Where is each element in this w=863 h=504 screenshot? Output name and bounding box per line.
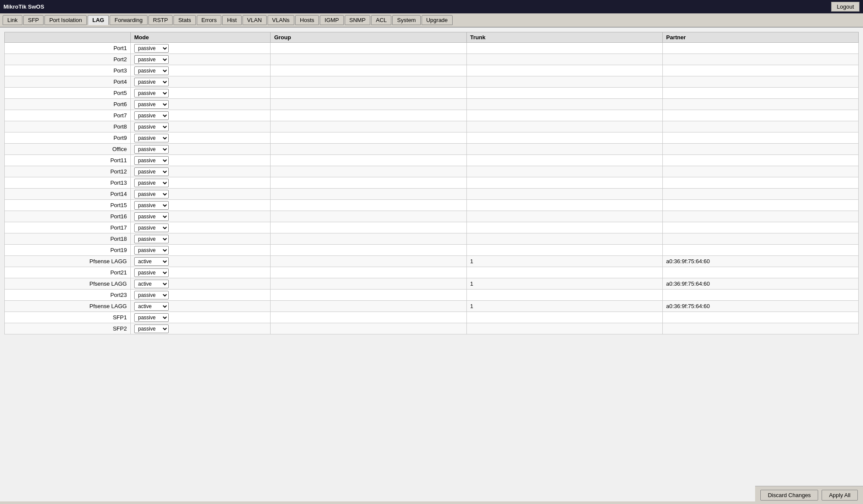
mode-select[interactable]: passiveactivedisabled xyxy=(134,224,169,232)
mode-select[interactable]: passiveactivedisabled xyxy=(134,235,169,243)
mode-cell[interactable]: passiveactivedisabled xyxy=(130,76,270,88)
mode-cell[interactable]: passiveactivedisabled xyxy=(130,211,270,222)
mode-cell[interactable]: passiveactivedisabled xyxy=(130,99,270,110)
mode-cell[interactable]: passiveactivedisabled xyxy=(130,267,270,278)
mode-cell[interactable]: passiveactivedisabled xyxy=(130,222,270,233)
mode-select[interactable]: passiveactivedisabled xyxy=(134,44,169,53)
logout-button[interactable]: Logout xyxy=(831,2,860,12)
mode-cell[interactable]: passiveactivedisabled xyxy=(130,65,270,76)
trunk-cell xyxy=(466,222,662,233)
trunk-cell xyxy=(466,54,662,65)
tab-port-isolation[interactable]: Port Isolation xyxy=(44,15,87,25)
mode-select[interactable]: passiveactivedisabled xyxy=(134,313,169,322)
mode-cell[interactable]: passiveactivedisabled xyxy=(130,177,270,189)
mode-select[interactable]: passiveactivedisabled xyxy=(134,66,169,75)
tab-forwarding[interactable]: Forwarding xyxy=(110,15,147,25)
tab-hosts[interactable]: Hosts xyxy=(295,15,319,25)
mode-select[interactable]: passiveactivedisabled xyxy=(134,89,169,98)
mode-cell[interactable]: passiveactivedisabled xyxy=(130,54,270,65)
trunk-cell xyxy=(466,121,662,132)
partner-cell xyxy=(662,211,858,222)
mode-cell[interactable]: passiveactivedisabled xyxy=(130,88,270,99)
table-row: Pfsense LAGGpassiveactivedisabled1a0:36:… xyxy=(5,301,859,312)
group-cell xyxy=(271,155,466,166)
table-row: Port2passiveactivedisabled xyxy=(5,54,859,65)
table-row: Port1passiveactivedisabled xyxy=(5,43,859,54)
group-cell xyxy=(271,256,466,267)
port-label: Port19 xyxy=(5,245,131,256)
group-cell xyxy=(271,65,466,76)
tab-errors[interactable]: Errors xyxy=(197,15,221,25)
mode-cell[interactable]: passiveactivedisabled xyxy=(130,144,270,155)
group-cell xyxy=(271,76,466,88)
mode-cell[interactable]: passiveactivedisabled xyxy=(130,166,270,177)
mode-cell[interactable]: passiveactivedisabled xyxy=(130,132,270,144)
tab-vlans[interactable]: VLANs xyxy=(268,15,294,25)
nav-bar: LinkSFPPort IsolationLAGForwardingRSTPSt… xyxy=(0,13,863,28)
mode-select[interactable]: passiveactivedisabled xyxy=(134,78,169,86)
mode-select[interactable]: passiveactivedisabled xyxy=(134,134,169,142)
mode-select[interactable]: passiveactivedisabled xyxy=(134,190,169,198)
mode-select[interactable]: passiveactivedisabled xyxy=(134,291,169,299)
mode-select[interactable]: passiveactivedisabled xyxy=(134,257,169,266)
mode-select[interactable]: passiveactivedisabled xyxy=(134,302,169,311)
mode-select[interactable]: passiveactivedisabled xyxy=(134,123,169,131)
trunk-cell xyxy=(466,211,662,222)
mode-select[interactable]: passiveactivedisabled xyxy=(134,55,169,64)
partner-cell xyxy=(662,99,858,110)
apply-all-button[interactable]: Apply All xyxy=(822,490,858,501)
tab-upgrade[interactable]: Upgrade xyxy=(422,15,453,25)
tab-igmp[interactable]: IGMP xyxy=(320,15,343,25)
mode-select[interactable]: passiveactivedisabled xyxy=(134,212,169,221)
mode-cell[interactable]: passiveactivedisabled xyxy=(130,155,270,166)
mode-select[interactable]: passiveactivedisabled xyxy=(134,246,169,255)
mode-select[interactable]: passiveactivedisabled xyxy=(134,179,169,187)
mode-select[interactable]: passiveactivedisabled xyxy=(134,111,169,120)
mode-cell[interactable]: passiveactivedisabled xyxy=(130,245,270,256)
mode-select[interactable]: passiveactivedisabled xyxy=(134,268,169,277)
mode-select[interactable]: passiveactivedisabled xyxy=(134,280,169,288)
mode-cell[interactable]: passiveactivedisabled xyxy=(130,290,270,301)
discard-changes-button[interactable]: Discard Changes xyxy=(760,490,818,501)
port-label: Port8 xyxy=(5,121,131,132)
mode-select[interactable]: passiveactivedisabled xyxy=(134,324,169,333)
tab-stats[interactable]: Stats xyxy=(173,15,196,25)
tab-lag[interactable]: LAG xyxy=(88,15,109,25)
group-cell xyxy=(271,144,466,155)
trunk-cell xyxy=(466,155,662,166)
tab-acl[interactable]: ACL xyxy=(371,15,391,25)
mode-cell[interactable]: passiveactivedisabled xyxy=(130,43,270,54)
table-row: Port19passiveactivedisabled xyxy=(5,245,859,256)
mode-cell[interactable]: passiveactivedisabled xyxy=(130,256,270,267)
mode-cell[interactable]: passiveactivedisabled xyxy=(130,323,270,334)
mode-select[interactable]: passiveactivedisabled xyxy=(134,201,169,210)
tab-hist[interactable]: Hist xyxy=(222,15,241,25)
tab-vlan[interactable]: VLAN xyxy=(243,15,267,25)
trunk-cell xyxy=(466,88,662,99)
mode-cell[interactable]: passiveactivedisabled xyxy=(130,121,270,132)
mode-cell[interactable]: passiveactivedisabled xyxy=(130,301,270,312)
port-label: Port12 xyxy=(5,166,131,177)
table-row: Port17passiveactivedisabled xyxy=(5,222,859,233)
mode-select[interactable]: passiveactivedisabled xyxy=(134,156,169,165)
mode-cell[interactable]: passiveactivedisabled xyxy=(130,312,270,323)
tab-link[interactable]: Link xyxy=(3,15,22,25)
tab-sfp[interactable]: SFP xyxy=(23,15,44,25)
port-label: Port21 xyxy=(5,267,131,278)
app-title: MikroTik SwOS xyxy=(3,3,44,10)
mode-select[interactable]: passiveactivedisabled xyxy=(134,167,169,176)
port-label: Pfsense LAGG xyxy=(5,256,131,267)
mode-cell[interactable]: passiveactivedisabled xyxy=(130,233,270,245)
tab-rstp[interactable]: RSTP xyxy=(148,15,173,25)
port-label: Port9 xyxy=(5,132,131,144)
mode-cell[interactable]: passiveactivedisabled xyxy=(130,110,270,121)
mode-cell[interactable]: passiveactivedisabled xyxy=(130,200,270,211)
table-row: Officepassiveactivedisabled xyxy=(5,144,859,155)
tab-snmp[interactable]: SNMP xyxy=(345,15,371,25)
mode-cell[interactable]: passiveactivedisabled xyxy=(130,278,270,290)
tab-system[interactable]: System xyxy=(392,15,420,25)
mode-select[interactable]: passiveactivedisabled xyxy=(134,100,169,109)
partner-cell xyxy=(662,65,858,76)
mode-select[interactable]: passiveactivedisabled xyxy=(134,145,169,154)
mode-cell[interactable]: passiveactivedisabled xyxy=(130,189,270,200)
